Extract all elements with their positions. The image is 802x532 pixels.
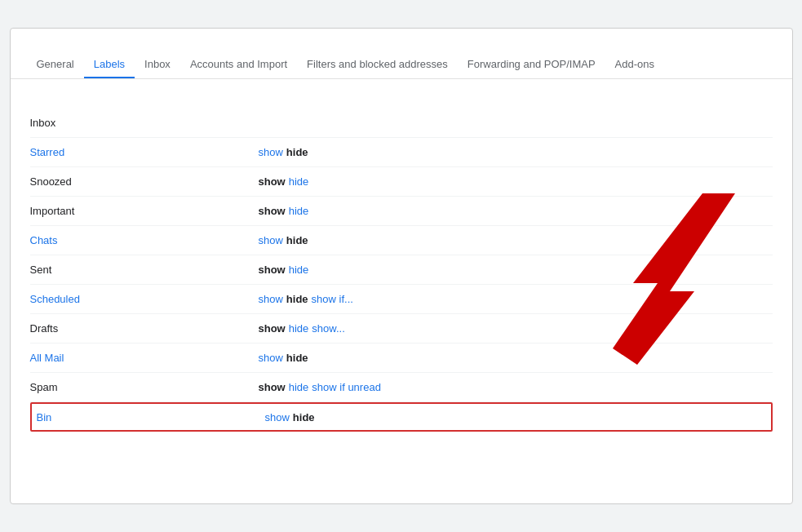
action-hide[interactable]: hide [286, 352, 308, 364]
label-actions: showhide [259, 264, 309, 276]
labels-table: InboxStarredshowhideSnoozedshowhideImpor… [30, 109, 773, 432]
action-show[interactable]: show [259, 205, 286, 217]
label-name: Important [30, 205, 259, 217]
tab-inbox[interactable]: Inbox [135, 51, 180, 78]
action-show[interactable]: show [259, 264, 286, 276]
action-hide[interactable]: hide [286, 234, 308, 246]
tab-filters-and-blocked-addresses[interactable]: Filters and blocked addresses [297, 51, 458, 78]
label-actions: showhideshow... [259, 322, 345, 335]
action-hide[interactable]: hide [289, 381, 309, 393]
title-bar: GeneralLabelsInboxAccounts and ImportFil… [11, 29, 792, 79]
content-area: InboxStarredshowhideSnoozedshowhideImpor… [11, 79, 792, 503]
label-actions: showhide [259, 234, 308, 246]
tab-general[interactable]: General [27, 51, 84, 78]
label-actions: showhide [259, 205, 309, 217]
label-row-spam: Spamshowhideshow if unread [30, 373, 773, 402]
table-header [30, 95, 773, 102]
action-show-if[interactable]: show if... [312, 293, 353, 305]
label-name: Snoozed [30, 175, 259, 188]
label-row-all-mail: All Mailshowhide [30, 344, 773, 373]
label-name: Inbox [30, 117, 259, 129]
label-name: Spam [30, 381, 259, 393]
label-row-scheduled: Scheduledshowhideshow if... [30, 285, 773, 314]
action-show[interactable]: show [259, 322, 286, 335]
label-name: Bin [37, 411, 265, 423]
action-hide[interactable]: hide [293, 411, 315, 423]
action-show[interactable]: show [259, 234, 283, 246]
label-name: Drafts [30, 322, 259, 335]
label-row-drafts: Draftsshowhideshow... [30, 314, 773, 344]
action-show[interactable]: show [259, 175, 286, 188]
settings-tabs: GeneralLabelsInboxAccounts and ImportFil… [27, 51, 776, 78]
label-actions: showhideshow if unread [259, 381, 381, 393]
action-show[interactable]: show [259, 146, 283, 158]
action-hide[interactable]: hide [286, 293, 308, 305]
label-name: All Mail [30, 352, 259, 364]
label-actions: showhide [265, 411, 315, 423]
label-row-chats: Chatsshowhide [30, 226, 773, 255]
action-show[interactable]: show [259, 381, 286, 393]
action-show[interactable]: show... [312, 322, 344, 335]
label-name: Sent [30, 264, 259, 276]
action-hide[interactable]: hide [289, 264, 309, 276]
label-name: Scheduled [30, 293, 259, 305]
label-row-inbox: Inbox [30, 109, 773, 138]
label-row-sent: Sentshowhide [30, 255, 773, 285]
action-show[interactable]: show [259, 293, 283, 305]
label-row-important: Importantshowhide [30, 197, 773, 226]
label-actions: showhide [259, 146, 308, 158]
action-show[interactable]: show [265, 411, 290, 423]
tab-forwarding-and-pop/imap[interactable]: Forwarding and POP/IMAP [458, 51, 605, 78]
tab-add-ons[interactable]: Add-ons [605, 51, 664, 78]
action-show[interactable]: show [259, 352, 283, 364]
label-actions: showhideshow if... [259, 293, 353, 305]
tab-accounts-and-import[interactable]: Accounts and Import [180, 51, 297, 78]
label-row-starred: Starredshowhide [30, 138, 773, 167]
tab-labels[interactable]: Labels [84, 51, 135, 78]
label-name: Starred [30, 146, 259, 158]
action-show-if-unread[interactable]: show if unread [312, 381, 381, 393]
settings-window: GeneralLabelsInboxAccounts and ImportFil… [10, 28, 793, 504]
action-hide[interactable]: hide [289, 205, 309, 217]
action-hide[interactable]: hide [289, 322, 309, 335]
action-hide[interactable]: hide [286, 146, 308, 158]
label-name: Chats [30, 234, 259, 246]
label-actions: showhide [259, 352, 308, 364]
label-row-bin: Binshowhide [30, 402, 773, 432]
label-actions: showhide [259, 175, 309, 188]
label-row-snoozed: Snoozedshowhide [30, 167, 773, 197]
action-hide[interactable]: hide [289, 175, 309, 188]
